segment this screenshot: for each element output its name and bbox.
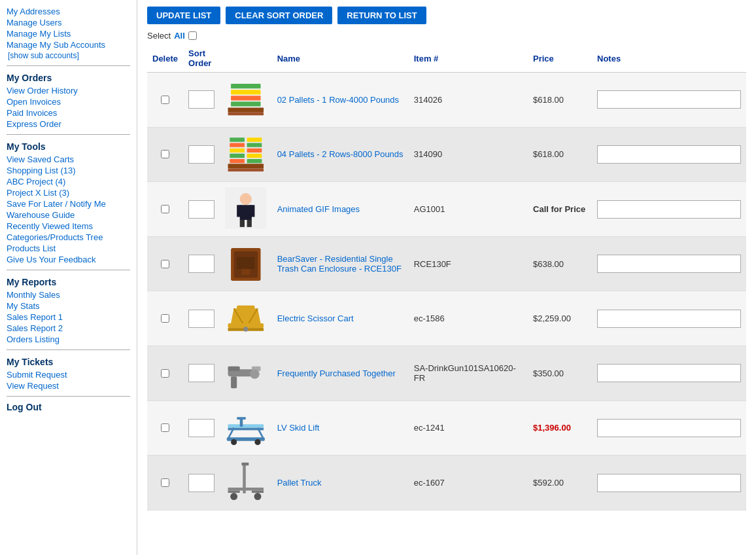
all-label: All bbox=[174, 31, 185, 41]
manage-users-link[interactable]: Manage Users bbox=[7, 18, 130, 27]
svg-rect-51 bbox=[228, 488, 264, 491]
notes-input-4[interactable] bbox=[597, 310, 741, 328]
svg-point-54 bbox=[230, 493, 237, 500]
select-all-checkbox[interactable] bbox=[188, 31, 197, 40]
sort-cell bbox=[183, 127, 220, 182]
svg-rect-16 bbox=[230, 159, 245, 163]
update-list-button[interactable]: UPDATE LIST bbox=[147, 7, 220, 24]
sales-report-1-link[interactable]: Sales Report 1 bbox=[7, 312, 130, 322]
feedback-link[interactable]: Give Us Your Feedback bbox=[7, 255, 130, 264]
product-name-link-0[interactable]: 02 Pallets - 1 Row-4000 Pounds bbox=[277, 95, 399, 105]
row-checkbox-7[interactable] bbox=[161, 478, 169, 487]
product-name-cell-4: Electric Scissor Cart bbox=[272, 291, 409, 346]
svg-rect-1 bbox=[228, 113, 264, 116]
logout-link[interactable]: Log Out bbox=[7, 402, 130, 412]
sort-input-3[interactable] bbox=[188, 255, 215, 273]
view-order-history-link[interactable]: View Order History bbox=[7, 86, 130, 96]
svg-rect-14 bbox=[230, 153, 245, 157]
delete-cell bbox=[147, 346, 183, 401]
row-checkbox-1[interactable] bbox=[161, 150, 169, 158]
svg-rect-6 bbox=[228, 164, 264, 168]
view-request-link[interactable]: View Request bbox=[7, 381, 130, 391]
sort-input-1[interactable] bbox=[188, 145, 215, 164]
notes-input-5[interactable] bbox=[597, 364, 741, 382]
sort-cell bbox=[183, 291, 220, 346]
sales-report-2-link[interactable]: Sales Report 2 bbox=[7, 323, 130, 333]
row-checkbox-0[interactable] bbox=[161, 96, 169, 104]
product-image-cell-5 bbox=[220, 346, 272, 401]
product-name-cell-0: 02 Pallets - 1 Row-4000 Pounds bbox=[272, 73, 409, 128]
sort-input-2[interactable] bbox=[188, 200, 215, 219]
svg-rect-37 bbox=[231, 376, 237, 388]
delete-cell bbox=[147, 456, 183, 510]
product-name-link-4[interactable]: Electric Scissor Cart bbox=[277, 313, 354, 323]
svg-rect-4 bbox=[231, 96, 260, 100]
notes-cell-0 bbox=[592, 73, 746, 128]
open-invoices-link[interactable]: Open Invoices bbox=[7, 97, 130, 107]
abc-project-link[interactable]: ABC Project (4) bbox=[7, 177, 130, 187]
product-name-link-1[interactable]: 04 Pallets - 2 Rows-8000 Pounds bbox=[277, 149, 404, 159]
svg-rect-23 bbox=[240, 220, 245, 227]
paid-invoices-link[interactable]: Paid Invoices bbox=[7, 108, 130, 118]
recently-viewed-link[interactable]: Recently Viewed Items bbox=[7, 221, 130, 231]
manage-my-lists-link[interactable]: Manage My Lists bbox=[7, 29, 130, 39]
save-for-later-link[interactable]: Save For Later / Notify Me bbox=[7, 199, 130, 209]
products-list-link[interactable]: Products List bbox=[7, 243, 130, 253]
table-row: Electric Scissor Cart ec-1586 $2,259.00 bbox=[147, 291, 746, 346]
svg-rect-56 bbox=[241, 463, 249, 466]
return-to-list-button[interactable]: RETURN TO LIST bbox=[337, 7, 426, 24]
price-value-1: $618.00 bbox=[533, 149, 564, 159]
price-value-2: Call for Price bbox=[533, 204, 585, 214]
sort-input-0[interactable] bbox=[188, 90, 215, 109]
product-name-link-6[interactable]: LV Skid Lift bbox=[277, 423, 320, 433]
express-order-link[interactable]: Express Order bbox=[7, 119, 130, 129]
notes-input-6[interactable] bbox=[597, 419, 741, 437]
sort-input-7[interactable] bbox=[188, 474, 215, 492]
notes-input-7[interactable] bbox=[597, 474, 741, 492]
notes-input-1[interactable] bbox=[597, 145, 741, 164]
project-x-link[interactable]: Project X List (3) bbox=[7, 188, 130, 198]
row-checkbox-6[interactable] bbox=[161, 423, 169, 432]
sort-cell bbox=[183, 73, 220, 128]
svg-rect-15 bbox=[247, 153, 262, 157]
notes-input-3[interactable] bbox=[597, 255, 741, 273]
show-sub-accounts-link[interactable]: [show sub accounts] bbox=[8, 51, 130, 60]
toolbar: UPDATE LIST CLEAR SORT ORDER RETURN TO L… bbox=[147, 7, 746, 24]
product-name-link-2[interactable]: Animated GIF Images bbox=[277, 204, 360, 214]
product-image-cell-1 bbox=[220, 127, 272, 182]
row-checkbox-3[interactable] bbox=[161, 260, 169, 268]
notes-cell-5 bbox=[592, 346, 746, 401]
manage-sub-accounts-link[interactable]: Manage My Sub Accounts bbox=[7, 40, 130, 50]
shopping-list-link[interactable]: Shopping List (13) bbox=[7, 166, 130, 175]
product-name-link-3[interactable]: BearSaver - Residential Single Trash Can… bbox=[277, 254, 402, 274]
row-checkbox-4[interactable] bbox=[161, 314, 169, 323]
price-cell-3: $638.00 bbox=[528, 236, 592, 291]
notes-cell-4 bbox=[592, 291, 746, 346]
row-checkbox-5[interactable] bbox=[161, 369, 169, 378]
view-saved-carts-link[interactable]: View Saved Carts bbox=[7, 154, 130, 164]
svg-rect-24 bbox=[247, 220, 252, 227]
col-item: Item # bbox=[409, 45, 528, 73]
sort-input-5[interactable] bbox=[188, 364, 215, 382]
notes-input-0[interactable] bbox=[597, 90, 741, 109]
my-addresses-link[interactable]: My Addresses bbox=[7, 7, 130, 16]
sort-input-6[interactable] bbox=[188, 419, 215, 437]
product-name-link-7[interactable]: Pallet Truck bbox=[277, 478, 322, 488]
sort-input-4[interactable] bbox=[188, 310, 215, 328]
sort-cell bbox=[183, 346, 220, 401]
row-checkbox-2[interactable] bbox=[161, 205, 169, 213]
svg-rect-12 bbox=[230, 148, 245, 152]
product-name-link-5[interactable]: Frequently Purchased Together bbox=[277, 368, 396, 378]
item-number-cell-2: AG1001 bbox=[409, 182, 528, 237]
my-tools-section-title: My Tools bbox=[7, 141, 130, 152]
my-stats-link[interactable]: My Stats bbox=[7, 301, 130, 311]
monthly-sales-link[interactable]: Monthly Sales bbox=[7, 290, 130, 300]
warehouse-guide-link[interactable]: Warehouse Guide bbox=[7, 210, 130, 220]
main-content: UPDATE LIST CLEAR SORT ORDER RETURN TO L… bbox=[137, 0, 756, 555]
price-cell-4: $2,259.00 bbox=[528, 291, 592, 346]
categories-tree-link[interactable]: Categories/Products Tree bbox=[7, 232, 130, 242]
submit-request-link[interactable]: Submit Request bbox=[7, 370, 130, 380]
notes-input-2[interactable] bbox=[597, 200, 741, 219]
orders-listing-link[interactable]: Orders Listing bbox=[7, 334, 130, 344]
clear-sort-button[interactable]: CLEAR SORT ORDER bbox=[226, 7, 332, 24]
